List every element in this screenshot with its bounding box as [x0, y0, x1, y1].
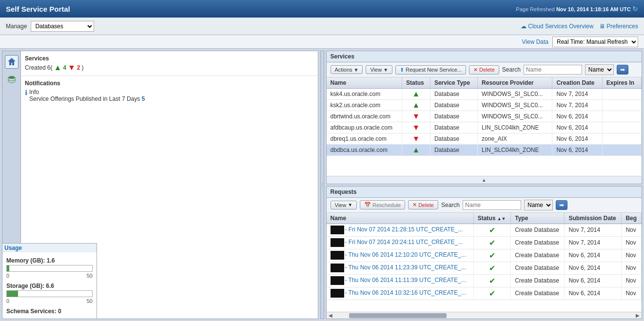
table-row[interactable]: - Fri Nov 07 2014 20:24:11 UTC_CREATE_..…	[327, 236, 642, 249]
service-creation-date-cell: Nov 6, 2014	[552, 111, 602, 122]
table-row[interactable]: - Thu Nov 06 2014 11:23:39 UTC_CREATE_..…	[327, 262, 642, 274]
service-type-cell: Database	[430, 122, 477, 133]
request-beg-cell: Nov	[622, 236, 642, 249]
service-expires-cell	[602, 100, 641, 111]
scroll-left-arrow[interactable]: ◀	[327, 313, 334, 318]
request-icon-black	[331, 251, 344, 260]
resize-handle[interactable]: ⋮	[320, 51, 324, 319]
request-icon-black	[331, 238, 344, 247]
delete-request-icon: ✕	[412, 202, 417, 208]
request-new-service-button[interactable]: ⬆ Request New Service...	[395, 65, 466, 75]
notifications-title: Notifications	[25, 80, 314, 87]
service-name-cell[interactable]: ksk2.us.oracle.com	[327, 100, 402, 111]
manage-bar-right: ☁ Cloud Services Overview 🖥 Preferences	[521, 23, 638, 30]
services-scroll-up[interactable]: ▲	[327, 176, 642, 184]
request-name-text[interactable]: - Thu Nov 06 2014 10:32:16 UTC_CREATE_..…	[345, 289, 466, 296]
table-row[interactable]: dbrtwind.us.oracle.com ▼ Database WINDOW…	[327, 111, 642, 122]
table-row[interactable]: ksk2.us.oracle.com ▲ Database WINDOWS_SI…	[327, 100, 642, 111]
scroll-right-arrow[interactable]: ▶	[634, 313, 642, 318]
service-name-cell[interactable]: dbrtwind.us.oracle.com	[327, 111, 402, 122]
preferences-link[interactable]: 🖥 Preferences	[599, 23, 638, 30]
table-row[interactable]: dbdbca.us.oracle.com ▲ Database LIN_SLC0…	[327, 145, 642, 156]
requests-table-container: Name Status ▲▼ Type Submission Date Beg …	[327, 213, 642, 312]
app-title: Self Service Portal	[6, 5, 70, 13]
request-name-text[interactable]: - Thu Nov 06 2014 11:11:39 UTC_CREATE_..…	[345, 277, 466, 283]
storage-bar-container	[6, 290, 93, 297]
table-row[interactable]: ksk4.us.oracle.com ▲ Database WINDOWS_SI…	[327, 89, 642, 100]
check-icon: ✔	[489, 239, 495, 247]
requests-section-header: Requests	[327, 187, 642, 198]
request-name-text[interactable]: - Fri Nov 07 2014 21:28:15 UTC_CREATE_..…	[345, 226, 463, 233]
col-header-expires-in: Expires In	[602, 77, 641, 89]
memory-label: Memory (GB): 1.6	[6, 257, 93, 264]
requests-toolbar: View ▼ 📅 Reschedule ✕ Delete Search Name…	[327, 198, 642, 213]
realtime-select[interactable]: Real Time: Manual Refresh	[552, 37, 638, 47]
view-toolbar: View Data Real Time: Manual Refresh	[0, 35, 644, 49]
view-button[interactable]: View ▼	[366, 65, 392, 74]
service-name-cell[interactable]: dbreq1.us.oracle.com	[327, 133, 402, 145]
memory-bar-container	[6, 265, 93, 272]
col-header-name: Name	[327, 77, 402, 89]
service-creation-date-cell: Nov 6, 2014	[552, 145, 602, 156]
check-icon: ✔	[489, 251, 495, 260]
table-row[interactable]: - Thu Nov 06 2014 12:10:20 UTC_CREATE_..…	[327, 249, 642, 262]
table-row[interactable]: - Thu Nov 06 2014 11:11:39 UTC_CREATE_..…	[327, 274, 642, 287]
search-input[interactable]	[524, 65, 582, 75]
reschedule-button[interactable]: 📅 Reschedule	[360, 200, 405, 209]
request-name-cell[interactable]: - Thu Nov 06 2014 10:32:16 UTC_CREATE_..…	[327, 287, 474, 300]
sidebar-icon-home[interactable]	[5, 55, 19, 69]
service-name-cell[interactable]: dbdbca.us.oracle.com	[327, 145, 402, 156]
requests-view-button[interactable]: View ▼	[331, 201, 357, 209]
requests-bottom-scrollbar[interactable]: ◀ ▶	[327, 312, 642, 319]
refresh-icon[interactable]: ↻	[632, 5, 638, 13]
service-creation-date-cell: Nov 7, 2014	[552, 89, 602, 100]
cloud-services-link[interactable]: ☁ Cloud Services Overview	[521, 23, 593, 30]
services-section-header: Services	[327, 51, 642, 62]
service-expires-cell	[602, 89, 641, 100]
search-type-select[interactable]: Name	[585, 64, 614, 75]
service-name-cell[interactable]: ksk4.us.oracle.com	[327, 89, 402, 100]
table-row[interactable]: - Thu Nov 06 2014 10:32:16 UTC_CREATE_..…	[327, 287, 642, 300]
page-refreshed-text: Page Refreshed Nov 10, 2014 1:18:16 AM U…	[516, 5, 638, 13]
request-submission-date-cell: Nov 6, 2014	[565, 262, 622, 274]
request-name-cell[interactable]: - Fri Nov 07 2014 21:28:15 UTC_CREATE_..…	[327, 224, 474, 236]
request-status-cell: ✔	[473, 287, 511, 300]
actions-button[interactable]: Actions ▼	[331, 65, 363, 74]
status-down-icon: ▼	[412, 123, 420, 132]
schema-label: Schema Services: 0	[6, 308, 93, 315]
req-col-header-name: Name	[327, 213, 474, 224]
request-name-cell[interactable]: - Thu Nov 06 2014 11:23:39 UTC_CREATE_..…	[327, 262, 474, 274]
request-name-text[interactable]: - Thu Nov 06 2014 11:23:39 UTC_CREATE_..…	[345, 264, 466, 271]
request-name-text[interactable]: - Thu Nov 06 2014 12:10:20 UTC_CREATE_..…	[345, 251, 466, 258]
sidebar-icon-db[interactable]	[5, 73, 19, 86]
request-name-text[interactable]: - Fri Nov 07 2014 20:24:11 UTC_CREATE_..…	[345, 239, 463, 245]
col-header-creation-date: Creation Date	[552, 77, 602, 89]
request-type-cell: Create Database	[511, 287, 565, 300]
req-col-header-submission-date: Submission Date	[565, 213, 622, 224]
delete-service-button[interactable]: ✕ Delete	[469, 65, 499, 75]
storage-range: 0 50	[6, 298, 93, 304]
request-beg-cell: Nov	[622, 287, 642, 300]
usage-content: Memory (GB): 1.6 0 50 Storage (GB): 6.6 …	[2, 255, 97, 317]
requests-search-type-select[interactable]: Name	[524, 200, 553, 210]
service-name-cell[interactable]: afdbcaup.us.oracle.com	[327, 122, 402, 133]
delete-request-button[interactable]: ✕ Delete	[408, 200, 438, 209]
req-col-header-type: Type	[511, 213, 565, 224]
service-type-cell: Database	[430, 145, 477, 156]
memory-usage-item: Memory (GB): 1.6 0 50	[6, 257, 93, 279]
view-data-link[interactable]: View Data	[522, 38, 548, 45]
requests-search-go-button[interactable]: ➡	[556, 200, 567, 210]
table-row[interactable]: afdbcaup.us.oracle.com ▼ Database LIN_SL…	[327, 122, 642, 133]
manage-dropdown[interactable]: Databases	[31, 21, 94, 32]
service-expires-cell	[602, 111, 641, 122]
request-name-cell[interactable]: - Thu Nov 06 2014 11:11:39 UTC_CREATE_..…	[327, 274, 474, 287]
service-expires-cell	[602, 145, 641, 156]
requests-search-input[interactable]	[463, 200, 521, 210]
request-name-cell[interactable]: - Fri Nov 07 2014 20:24:11 UTC_CREATE_..…	[327, 236, 474, 249]
table-row[interactable]: dbreq1.us.oracle.com ▼ Database zone_AIX…	[327, 133, 642, 145]
search-go-button[interactable]: ➡	[617, 65, 628, 75]
table-row[interactable]: - Fri Nov 07 2014 21:28:15 UTC_CREATE_..…	[327, 224, 642, 236]
service-resource-provider-cell: WINDOWS_SI_SLC0...	[478, 111, 552, 122]
request-name-cell[interactable]: - Thu Nov 06 2014 12:10:20 UTC_CREATE_..…	[327, 249, 474, 262]
notifications-info-text: Info Service Offerings Published in Last…	[29, 89, 145, 102]
